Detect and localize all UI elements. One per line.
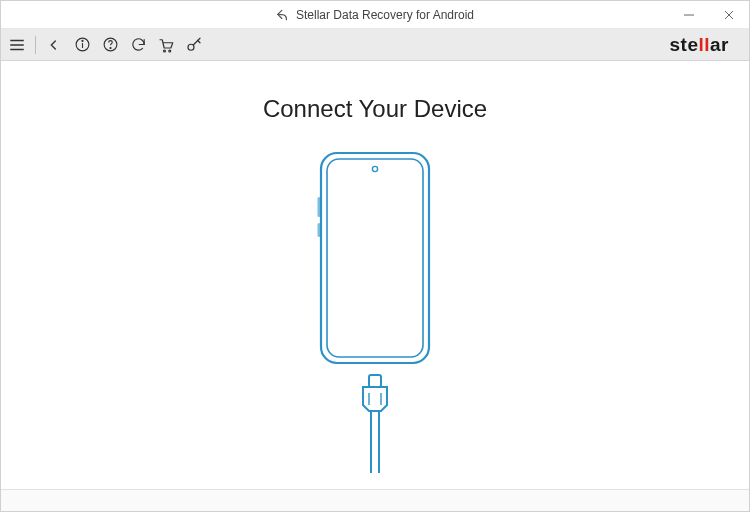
device-illustration — [285, 147, 465, 477]
app-window: Stellar Data Recovery for Android — [0, 0, 750, 512]
svg-point-10 — [109, 47, 110, 48]
toolbar: stellar — [1, 29, 749, 61]
main-content: Connect Your Device — [1, 61, 749, 489]
svg-rect-15 — [327, 159, 423, 357]
cart-icon[interactable] — [156, 35, 176, 55]
title-group: Stellar Data Recovery for Android — [276, 8, 474, 22]
svg-point-8 — [81, 40, 82, 41]
svg-rect-19 — [369, 375, 381, 387]
help-icon[interactable] — [100, 35, 120, 55]
svg-rect-14 — [321, 153, 429, 363]
svg-rect-18 — [318, 223, 321, 237]
back-arrow-icon — [276, 8, 290, 22]
status-bar — [1, 489, 749, 511]
page-title: Connect Your Device — [263, 95, 487, 123]
title-bar: Stellar Data Recovery for Android — [1, 1, 749, 29]
brand-logo: stellar — [670, 34, 730, 56]
svg-point-16 — [372, 166, 377, 171]
svg-point-12 — [169, 50, 171, 52]
info-icon[interactable] — [72, 35, 92, 55]
toolbar-divider — [35, 36, 36, 54]
close-button[interactable] — [709, 1, 749, 28]
refresh-icon[interactable] — [128, 35, 148, 55]
key-icon[interactable] — [184, 35, 204, 55]
back-icon[interactable] — [44, 35, 64, 55]
window-controls — [669, 1, 749, 28]
minimize-button[interactable] — [669, 1, 709, 28]
svg-point-11 — [164, 50, 166, 52]
app-title: Stellar Data Recovery for Android — [296, 8, 474, 22]
svg-rect-17 — [318, 197, 321, 217]
hamburger-menu-icon[interactable] — [7, 35, 27, 55]
